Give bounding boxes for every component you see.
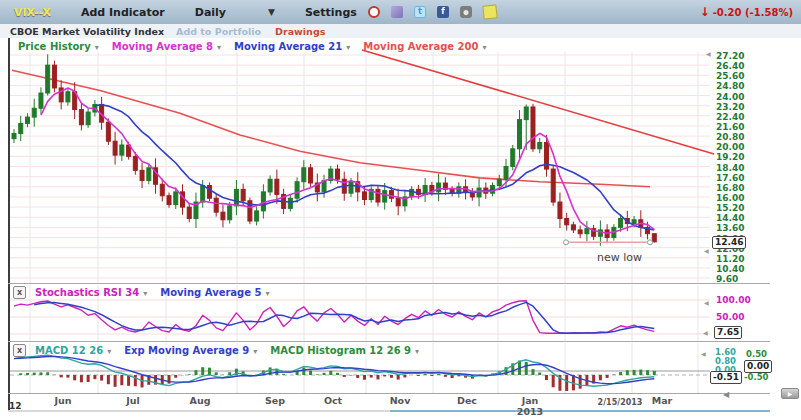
price-legend: Price History▾ Moving Average 8▾ Moving … bbox=[18, 41, 500, 52]
macd-histogram-menu[interactable]: MACD Histogram 12 26 9▾ bbox=[270, 345, 419, 356]
time-axis-label: Oct bbox=[324, 395, 342, 406]
symbol-label: VIX--X bbox=[14, 6, 51, 19]
caret-down-icon: ▾ bbox=[107, 347, 111, 356]
time-axis-label: Jun bbox=[54, 395, 71, 406]
camera-snapshot-icon[interactable] bbox=[460, 6, 472, 18]
macd-menu[interactable]: MACD 12 26▾ bbox=[35, 345, 111, 356]
moving-average-200-menu[interactable]: Moving Average 200▾ bbox=[363, 41, 486, 52]
drawings-link[interactable]: Drawings bbox=[275, 26, 325, 37]
period-dropdown[interactable]: Daily bbox=[195, 6, 226, 19]
scroll-right-button[interactable]: ▶ bbox=[781, 388, 799, 399]
stoch-axis-label: 50.00 bbox=[716, 312, 744, 322]
panel-separator bbox=[8, 283, 770, 284]
scroll-left-arrow-icon[interactable]: ◀ bbox=[723, 390, 729, 399]
caret-down-icon: ▾ bbox=[253, 347, 257, 356]
subheader: CBOE Market Volatility Index Add to Port… bbox=[0, 24, 801, 39]
caret-down-icon: ▾ bbox=[266, 289, 270, 298]
panel-separator bbox=[8, 393, 770, 394]
time-axis-label: Nov bbox=[390, 395, 411, 406]
caret-down-icon: ▾ bbox=[415, 347, 419, 356]
time-axis-label: Jan2013 bbox=[517, 395, 543, 417]
caret-down-icon: ▾ bbox=[482, 43, 486, 52]
alarm-clock-icon[interactable] bbox=[368, 6, 380, 18]
cube-share-icon[interactable] bbox=[391, 6, 403, 18]
caret-down-icon: ▾ bbox=[143, 289, 147, 298]
axis-collapse-arrow-icon[interactable]: ◀ bbox=[706, 50, 711, 57]
price-chart-canvas[interactable] bbox=[0, 38, 801, 283]
stoch-last-value-box: 7.65 bbox=[714, 326, 742, 339]
chart-area[interactable]: Price History▾ Moving Average 8▾ Moving … bbox=[0, 38, 801, 412]
macd-legend: x MACD 12 26▾ Exp Moving Average 9▾ MACD… bbox=[13, 344, 432, 357]
price-history-menu[interactable]: Price History▾ bbox=[18, 41, 99, 52]
caret-down-icon: ▾ bbox=[95, 43, 99, 52]
stochastics-legend: x Stochastics RSI 34▾ Moving Average 5▾ bbox=[13, 286, 283, 299]
close-panel-button[interactable]: x bbox=[13, 344, 26, 357]
year-left-label: 12 bbox=[9, 401, 22, 411]
twitter-icon[interactable]: t bbox=[414, 6, 426, 18]
period-dropdown-caret-icon[interactable]: ▼ bbox=[268, 7, 275, 17]
caret-down-icon: ▾ bbox=[346, 43, 350, 52]
time-axis-label: Mar bbox=[652, 395, 673, 406]
add-to-portfolio-link[interactable]: Add to Portfolio bbox=[176, 26, 261, 37]
facebook-icon[interactable]: f bbox=[437, 6, 449, 18]
last-price-box: 12.46 bbox=[712, 236, 746, 249]
time-axis-label: Sep bbox=[265, 395, 285, 406]
panel-separator bbox=[8, 341, 770, 342]
exp-moving-average-menu[interactable]: Exp Moving Average 9▾ bbox=[124, 345, 257, 356]
change-value: -0.20 (-1.58%) bbox=[713, 7, 793, 18]
toolbar: VIX--X Add Indicator Daily ▼ Settings t … bbox=[0, 0, 801, 25]
close-panel-button[interactable]: x bbox=[13, 286, 26, 299]
instrument-title: CBOE Market Volatility Index bbox=[10, 26, 164, 37]
down-arrow-icon: ↓ bbox=[700, 5, 710, 19]
stoch-axis-label: 100.00 bbox=[716, 295, 751, 305]
axis-collapse-arrow-icon[interactable]: ◀ bbox=[704, 247, 709, 254]
macd-last-value-box: -0.51 bbox=[710, 371, 742, 384]
macd-hist-axis-label: 0.50 bbox=[746, 349, 767, 359]
axis-collapse-arrow-icon[interactable]: ◀ bbox=[704, 299, 709, 306]
moving-average-8-menu[interactable]: Moving Average 8▾ bbox=[112, 41, 221, 52]
time-axis-label: Aug bbox=[190, 395, 211, 406]
time-axis-label: 2/15/2013 bbox=[598, 398, 643, 407]
stochastics-rsi-menu[interactable]: Stochastics RSI 34▾ bbox=[35, 287, 147, 298]
price-change-readout: ↓ -0.20 (-1.58%) bbox=[700, 5, 793, 19]
axis-collapse-arrow-icon[interactable]: ◀ bbox=[703, 329, 708, 336]
macd-hist-last-value-box: 0.00 bbox=[744, 360, 772, 373]
time-axis-label: Dec bbox=[457, 395, 477, 406]
charting-app-window: VIX--X Add Indicator Daily ▼ Settings t … bbox=[0, 0, 801, 420]
note-icon[interactable] bbox=[482, 4, 497, 19]
moving-average-5-menu[interactable]: Moving Average 5▾ bbox=[160, 287, 269, 298]
axis-collapse-arrow-icon[interactable]: ◀ bbox=[701, 350, 706, 357]
add-indicator-button[interactable]: Add Indicator bbox=[81, 6, 165, 19]
new-low-annotation: new low bbox=[597, 251, 642, 264]
time-axis-label: Jul bbox=[126, 395, 140, 406]
macd-hist-axis-label: -0.50 bbox=[744, 372, 769, 382]
caret-down-icon: ▾ bbox=[217, 43, 221, 52]
settings-button[interactable]: Settings bbox=[305, 6, 357, 19]
time-scrollbar-thumb[interactable] bbox=[390, 410, 770, 412]
moving-average-21-menu[interactable]: Moving Average 21▾ bbox=[234, 41, 350, 52]
